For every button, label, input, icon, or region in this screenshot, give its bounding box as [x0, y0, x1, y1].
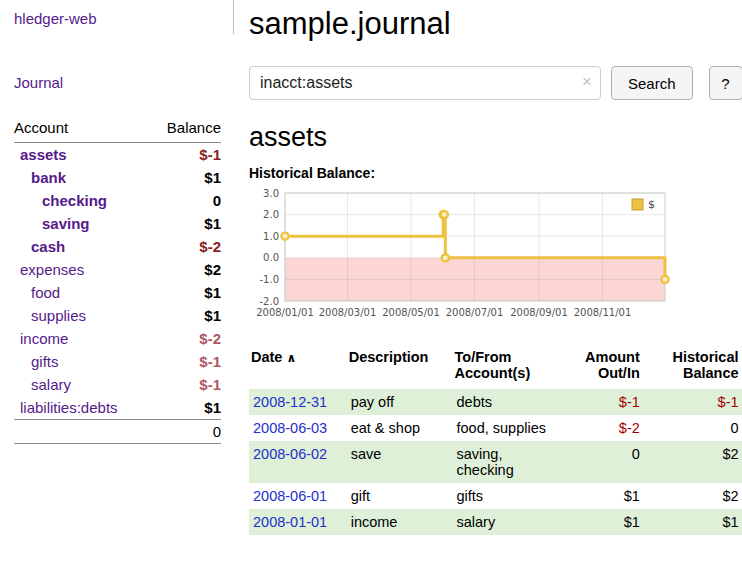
- help-button[interactable]: ?: [709, 66, 742, 100]
- register-row: 2008-06-01 gift gifts $1 $2: [249, 483, 742, 509]
- nav-journal-link[interactable]: Journal: [14, 74, 63, 91]
- transaction-amount: $-2: [556, 415, 644, 441]
- historical-balance-chart: 2008/01/012008/03/012008/05/012008/07/01…: [249, 185, 742, 333]
- account-link[interactable]: salary: [31, 376, 71, 393]
- account-balance: $-2: [150, 327, 221, 350]
- register-header-accounts: To/From Account(s): [453, 347, 557, 389]
- svg-text:3.0: 3.0: [263, 188, 279, 199]
- transaction-date-link[interactable]: 2008-06-03: [253, 420, 327, 436]
- account-link[interactable]: bank: [31, 169, 66, 186]
- account-balance: $-1: [150, 373, 221, 396]
- account-balance: $-2: [150, 235, 221, 258]
- account-row: income $-2: [14, 327, 221, 350]
- svg-text:2008/09/01: 2008/09/01: [510, 307, 568, 318]
- account-link[interactable]: saving: [42, 215, 90, 232]
- register-row: 2008-06-03 eat & shop food, supplies $-2…: [249, 415, 742, 441]
- register-header-date-label: Date: [251, 349, 282, 365]
- transaction-amount: $1: [556, 509, 644, 535]
- accounts-total-row: 0: [14, 420, 221, 444]
- search-input[interactable]: [249, 66, 601, 100]
- account-balance: $2: [150, 258, 221, 281]
- accounts-header-row: Account Balance: [14, 116, 221, 143]
- account-link[interactable]: gifts: [31, 353, 59, 370]
- transaction-balance: $1: [644, 509, 742, 535]
- clear-search-icon[interactable]: ×: [582, 73, 592, 91]
- transaction-balance: $-1: [644, 389, 742, 415]
- account-row: liabilities:debts $1: [14, 396, 221, 420]
- account-link[interactable]: supplies: [31, 307, 86, 324]
- transaction-description: save: [347, 441, 453, 483]
- account-link[interactable]: cash: [31, 238, 65, 255]
- transaction-description: pay off: [347, 389, 453, 415]
- svg-text:2008/05/01: 2008/05/01: [382, 307, 440, 318]
- transaction-description: income: [347, 509, 453, 535]
- svg-text:-1.0: -1.0: [259, 274, 279, 285]
- account-row: saving $1: [14, 212, 221, 235]
- register-header-date[interactable]: Date ∧: [249, 347, 347, 389]
- account-balance: $-1: [150, 350, 221, 373]
- account-balance: $1: [150, 304, 221, 327]
- account-row: cash $-2: [14, 235, 221, 258]
- transaction-description: gift: [347, 483, 453, 509]
- sidebar: hledger-web Journal Account Balance asse…: [0, 0, 233, 582]
- accounts-header-account: Account: [14, 116, 150, 143]
- sort-ascending-icon: ∧: [286, 351, 296, 365]
- journal-title: sample.journal: [249, 6, 742, 42]
- transaction-amount: $-1: [556, 389, 644, 415]
- account-link[interactable]: income: [20, 330, 68, 347]
- transaction-date-link[interactable]: 2008-01-01: [253, 514, 327, 530]
- transaction-balance: 0: [644, 415, 742, 441]
- account-row: bank $1: [14, 166, 221, 189]
- transaction-balance: $2: [644, 483, 742, 509]
- accounts-total: 0: [14, 420, 221, 444]
- account-balance: $1: [150, 166, 221, 189]
- account-link[interactable]: food: [31, 284, 60, 301]
- transaction-accounts: saving, checking: [453, 441, 557, 483]
- svg-text:-2.0: -2.0: [259, 296, 279, 307]
- register-row: 2008-01-01 income salary $1 $1: [249, 509, 742, 535]
- account-row: gifts $-1: [14, 350, 221, 373]
- register-header-description: Description: [347, 347, 453, 389]
- register-table: Date ∧ Description To/From Account(s) Am…: [249, 347, 742, 535]
- transaction-accounts: gifts: [453, 483, 557, 509]
- svg-text:1.0: 1.0: [263, 231, 279, 242]
- account-link[interactable]: expenses: [20, 261, 84, 278]
- account-row: expenses $2: [14, 258, 221, 281]
- transaction-amount: $1: [556, 483, 644, 509]
- chart-title: Historical Balance:: [249, 165, 742, 181]
- account-balance: $-1: [150, 143, 221, 167]
- transaction-date-link[interactable]: 2008-06-01: [253, 488, 327, 504]
- account-link[interactable]: checking: [42, 192, 107, 209]
- transaction-accounts: salary: [453, 509, 557, 535]
- transaction-accounts: food, supplies: [453, 415, 557, 441]
- account-row: supplies $1: [14, 304, 221, 327]
- account-balance: 0: [150, 189, 221, 212]
- register-row: 2008-12-31 pay off debts $-1 $-1: [249, 389, 742, 415]
- app: hledger-web Journal Account Balance asse…: [0, 0, 742, 582]
- balance-chart-svg: 2008/01/012008/03/012008/05/012008/07/01…: [249, 185, 673, 329]
- transaction-date-link[interactable]: 2008-12-31: [253, 394, 327, 410]
- account-row: food $1: [14, 281, 221, 304]
- account-link[interactable]: assets: [20, 146, 67, 163]
- transaction-description: eat & shop: [347, 415, 453, 441]
- register-header-amount: Amount Out/In: [556, 347, 644, 389]
- svg-text:0.0: 0.0: [263, 252, 279, 263]
- brand-link[interactable]: hledger-web: [14, 10, 97, 27]
- svg-text:2008/11/01: 2008/11/01: [574, 307, 632, 318]
- account-row: assets $-1: [14, 143, 221, 167]
- search-form: × Search ?: [249, 66, 742, 100]
- register-header-row: Date ∧ Description To/From Account(s) Am…: [249, 347, 742, 389]
- svg-text:2008/03/01: 2008/03/01: [319, 307, 377, 318]
- register-header-balance: Historical Balance: [644, 347, 742, 389]
- transaction-date-link[interactable]: 2008-06-02: [253, 446, 327, 462]
- account-link[interactable]: liabilities:debts: [20, 399, 118, 416]
- search-button[interactable]: Search: [611, 66, 693, 100]
- svg-text:2.0: 2.0: [263, 209, 279, 220]
- accounts-table: Account Balance assets $-1 bank $1 check…: [14, 116, 221, 444]
- account-balance: $1: [150, 281, 221, 304]
- transaction-balance: $2: [644, 441, 742, 483]
- account-heading: assets: [249, 122, 742, 153]
- svg-text:2008/07/01: 2008/07/01: [446, 307, 504, 318]
- account-row: checking 0: [14, 189, 221, 212]
- accounts-header-balance: Balance: [150, 116, 221, 143]
